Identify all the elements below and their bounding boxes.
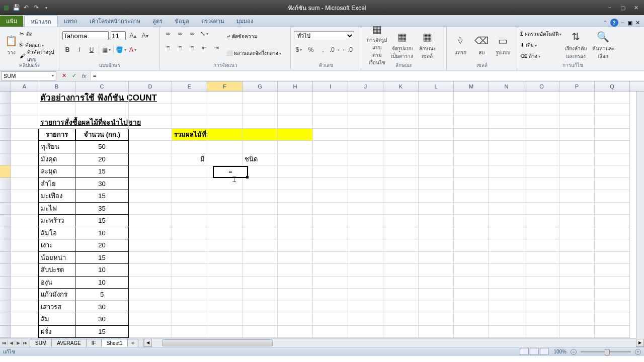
cell[interactable] <box>454 239 489 252</box>
align-center-icon[interactable]: ≡ <box>175 43 185 53</box>
cell[interactable] <box>207 153 243 166</box>
cell[interactable]: เสาวรส <box>38 301 75 314</box>
cell[interactable] <box>489 165 524 178</box>
decrease-decimal-icon[interactable]: ←.0 <box>342 45 352 55</box>
cell[interactable] <box>348 215 383 227</box>
cell[interactable] <box>348 301 383 314</box>
format-painter-icon[interactable]: 🖌 <box>20 53 25 59</box>
cell[interactable] <box>278 289 313 301</box>
cell[interactable] <box>524 301 559 314</box>
cell[interactable]: 30 <box>75 178 129 191</box>
cell[interactable] <box>489 178 524 191</box>
cell[interactable] <box>278 326 313 338</box>
underline-button[interactable]: U <box>87 45 97 55</box>
cell[interactable] <box>454 153 489 166</box>
decrease-indent-icon[interactable]: ⇤ <box>199 43 209 53</box>
col-header[interactable]: Q <box>595 81 630 91</box>
row-header[interactable] <box>0 190 11 203</box>
cell[interactable] <box>383 252 419 264</box>
cell[interactable] <box>559 239 595 252</box>
cell[interactable]: มี <box>172 153 207 166</box>
formula-input[interactable] <box>91 71 644 80</box>
cell[interactable] <box>559 178 595 191</box>
cell[interactable]: 30 <box>75 313 129 326</box>
cancel-formula-icon[interactable]: ✕ <box>59 72 68 80</box>
cell[interactable] <box>243 178 278 191</box>
cell[interactable] <box>243 141 278 153</box>
cell[interactable] <box>172 203 207 215</box>
cell[interactable] <box>383 227 419 240</box>
cell[interactable] <box>419 215 454 227</box>
cell[interactable] <box>129 227 172 240</box>
cell[interactable] <box>595 301 630 314</box>
cell[interactable] <box>243 215 278 227</box>
cell[interactable] <box>278 252 313 264</box>
col-header[interactable]: N <box>489 81 524 91</box>
cell[interactable] <box>129 326 172 338</box>
cell[interactable] <box>524 252 559 264</box>
row-header[interactable] <box>0 129 11 141</box>
cell[interactable] <box>243 227 278 240</box>
insert-cells-button[interactable]: ⎀แทรก <box>450 28 471 61</box>
cell[interactable] <box>383 301 419 314</box>
hscroll-right-icon[interactable]: ▶ <box>636 339 644 347</box>
cell[interactable] <box>524 277 559 289</box>
cell[interactable]: 15 <box>75 165 129 178</box>
cell[interactable]: รวมผลไม้ที่จะนำไปขายทั้งหมดมีกี่ชนิด <box>172 129 207 141</box>
cell[interactable] <box>419 141 454 153</box>
cell[interactable] <box>278 104 313 117</box>
cell[interactable] <box>129 289 172 301</box>
row-header[interactable] <box>0 301 11 314</box>
cell[interactable]: ชนิด <box>243 153 278 166</box>
minimize-ribbon-icon[interactable]: ⌃ <box>603 20 607 26</box>
col-header[interactable]: P <box>559 81 595 91</box>
cell[interactable] <box>11 116 38 129</box>
decrease-font-icon[interactable]: A▾ <box>140 31 150 41</box>
cell[interactable] <box>207 215 243 227</box>
cell[interactable] <box>243 92 278 104</box>
cell[interactable]: 30 <box>75 301 129 314</box>
cell[interactable] <box>172 141 207 153</box>
cell[interactable] <box>524 104 559 117</box>
cell[interactable] <box>172 104 207 117</box>
hscroll-thumb[interactable] <box>162 339 273 346</box>
hscroll-left-icon[interactable]: ◀ <box>144 339 152 347</box>
cell[interactable] <box>348 178 383 191</box>
cell[interactable]: แก้วมังกร <box>38 289 75 301</box>
cell[interactable] <box>383 129 419 141</box>
cell[interactable] <box>313 178 348 191</box>
cell[interactable] <box>489 203 524 215</box>
qat-dropdown-icon[interactable]: ▾ <box>42 4 50 12</box>
cell[interactable] <box>172 116 207 129</box>
cell[interactable] <box>559 301 595 314</box>
cell[interactable] <box>383 215 419 227</box>
cell[interactable] <box>454 227 489 240</box>
font-name-select[interactable] <box>62 31 109 40</box>
cell[interactable] <box>278 129 313 141</box>
cell[interactable] <box>313 129 348 141</box>
cell[interactable] <box>11 252 38 264</box>
find-select-button[interactable]: 🔍ค้นหาและ เลือก <box>591 28 616 61</box>
cell[interactable] <box>454 165 489 178</box>
cell[interactable] <box>129 129 172 141</box>
align-left-icon[interactable]: ≡ <box>163 43 173 53</box>
cell[interactable] <box>595 252 630 264</box>
cell[interactable] <box>313 92 348 104</box>
comma-icon[interactable]: , <box>318 45 328 55</box>
cell[interactable] <box>313 264 348 277</box>
cell[interactable]: ลำไย <box>38 178 75 191</box>
cell[interactable] <box>595 289 630 301</box>
sheet-nav-first-icon[interactable]: ⏮ <box>1 340 8 345</box>
cell[interactable]: น้อยหน่า <box>38 252 75 264</box>
cell[interactable] <box>383 141 419 153</box>
cell[interactable] <box>489 129 524 141</box>
cell[interactable] <box>313 301 348 314</box>
spreadsheet-grid[interactable]: ตัวอย่างการใช้ ฟังก์ชัน COUNTรายการสั่งซ… <box>0 92 644 338</box>
format-cells-button[interactable]: ▭รูปแบบ <box>492 28 513 61</box>
row-header[interactable] <box>0 289 11 301</box>
cell[interactable] <box>559 252 595 264</box>
cell[interactable] <box>454 326 489 338</box>
cell[interactable] <box>419 129 454 141</box>
cell[interactable] <box>559 289 595 301</box>
cell[interactable] <box>313 141 348 153</box>
